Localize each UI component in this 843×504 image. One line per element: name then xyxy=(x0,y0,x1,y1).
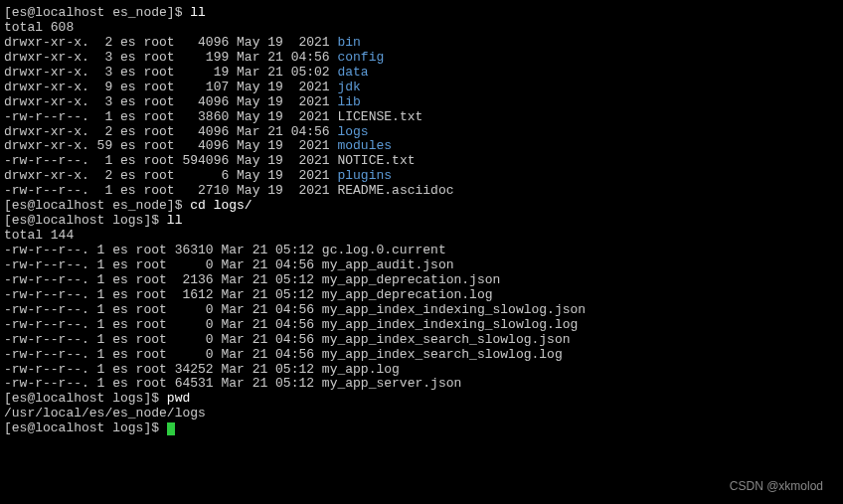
file-meta: -rw-r--r--. 1 es root 0 Mar 21 04:56 xyxy=(4,257,322,272)
file-meta: drwxr-xr-x. 2 es root 4096 Mar 21 04:56 xyxy=(4,124,337,139)
file-meta: -rw-r--r--. 1 es root 0 Mar 21 04:56 xyxy=(4,317,322,332)
command-text: ll xyxy=(190,5,206,20)
watermark-text: CSDN @xkmolod xyxy=(730,480,823,494)
file-name: my_app_index_search_slowlog.json xyxy=(322,332,571,347)
command-text: cd logs/ xyxy=(190,198,252,213)
directory-name: jdk xyxy=(337,80,360,94)
file-meta: -rw-r--r--. 1 es root 1612 Mar 21 05:12 xyxy=(4,287,322,302)
command-text: pwd xyxy=(167,391,190,406)
file-meta: -rw-r--r--. 1 es root 594096 May 19 2021 xyxy=(4,153,337,168)
directory-name: logs xyxy=(337,124,368,139)
file-meta: drwxr-xr-x. 9 es root 107 May 19 2021 xyxy=(4,80,337,94)
terminal-output[interactable]: [es@localhost es_node]$ lltotal 608drwxr… xyxy=(4,6,839,436)
file-row: drwxr-xr-x. 59 es root 4096 May 19 2021 … xyxy=(4,139,839,154)
file-row: -rw-r--r--. 1 es root 0 Mar 21 04:56 my_… xyxy=(4,318,839,333)
file-row: drwxr-xr-x. 9 es root 107 May 19 2021 jd… xyxy=(4,81,839,95)
command-text: ll xyxy=(167,213,183,228)
file-row: -rw-r--r--. 1 es root 3860 May 19 2021 L… xyxy=(4,110,839,125)
file-meta: -rw-r--r--. 1 es root 64531 Mar 21 05:12 xyxy=(4,376,322,391)
file-row: -rw-r--r--. 1 es root 0 Mar 21 04:56 my_… xyxy=(4,348,839,363)
file-meta: -rw-r--r--. 1 es root 0 Mar 21 04:56 xyxy=(4,347,322,362)
file-meta: drwxr-xr-x. 3 es root 19 Mar 21 05:02 xyxy=(4,65,337,80)
file-name: my_app_deprecation.log xyxy=(322,287,493,302)
file-row: -rw-r--r--. 1 es root 2136 Mar 21 05:12 … xyxy=(4,273,839,288)
file-row: -rw-r--r--. 1 es root 0 Mar 21 04:56 my_… xyxy=(4,258,839,273)
file-meta: -rw-r--r--. 1 es root 0 Mar 21 04:56 xyxy=(4,332,322,347)
file-name: my_app_index_indexing_slowlog.json xyxy=(322,302,586,317)
file-name: my_app.log xyxy=(322,362,400,377)
file-row: -rw-r--r--. 1 es root 594096 May 19 2021… xyxy=(4,154,839,169)
file-name: my_app_audit.json xyxy=(322,257,454,272)
directory-name: lib xyxy=(337,94,360,109)
file-row: drwxr-xr-x. 2 es root 6 May 19 2021 plug… xyxy=(4,169,839,184)
pwd-output: /usr/local/es/es_node/logs xyxy=(4,407,839,421)
file-row: -rw-r--r--. 1 es root 64531 Mar 21 05:12… xyxy=(4,377,839,392)
file-meta: -rw-r--r--. 1 es root 2710 May 19 2021 xyxy=(4,183,337,198)
directory-name: plugins xyxy=(337,168,392,183)
directory-name: data xyxy=(337,65,368,80)
prompt-line[interactable]: [es@localhost logs]$ pwd xyxy=(4,392,839,407)
file-row: -rw-r--r--. 1 es root 34252 Mar 21 05:12… xyxy=(4,363,839,378)
file-meta: drwxr-xr-x. 2 es root 6 May 19 2021 xyxy=(4,168,337,183)
shell-prompt: [es@localhost es_node]$ xyxy=(4,198,190,213)
file-name: README.asciidoc xyxy=(337,183,453,198)
file-meta: -rw-r--r--. 1 es root 3860 May 19 2021 xyxy=(4,109,337,124)
file-meta: -rw-r--r--. 1 es root 2136 Mar 21 05:12 xyxy=(4,272,322,287)
prompt-line[interactable]: [es@localhost logs]$ ll xyxy=(4,214,839,229)
prompt-line[interactable]: [es@localhost es_node]$ ll xyxy=(4,6,839,21)
shell-prompt: [es@localhost es_node]$ xyxy=(4,5,190,20)
directory-name: bin xyxy=(337,35,360,50)
file-row: -rw-r--r--. 1 es root 1612 Mar 21 05:12 … xyxy=(4,288,839,303)
file-row: drwxr-xr-x. 2 es root 4096 Mar 21 04:56 … xyxy=(4,125,839,140)
shell-prompt: [es@localhost logs]$ xyxy=(4,420,167,435)
file-meta: drwxr-xr-x. 2 es root 4096 May 19 2021 xyxy=(4,35,337,50)
file-meta: -rw-r--r--. 1 es root 34252 Mar 21 05:12 xyxy=(4,362,322,377)
file-meta: -rw-r--r--. 1 es root 0 Mar 21 04:56 xyxy=(4,302,322,317)
file-row: drwxr-xr-x. 2 es root 4096 May 19 2021 b… xyxy=(4,36,839,51)
shell-prompt: [es@localhost logs]$ xyxy=(4,213,167,228)
total-line: total 144 xyxy=(4,229,839,244)
file-name: my_app_deprecation.json xyxy=(322,272,500,287)
file-name: LICENSE.txt xyxy=(337,109,422,124)
file-row: drwxr-xr-x. 3 es root 4096 May 19 2021 l… xyxy=(4,95,839,110)
file-row: drwxr-xr-x. 3 es root 19 Mar 21 05:02 da… xyxy=(4,66,839,81)
prompt-line[interactable]: [es@localhost logs]$ xyxy=(4,421,839,436)
file-row: -rw-r--r--. 1 es root 0 Mar 21 04:56 my_… xyxy=(4,333,839,348)
file-meta: drwxr-xr-x. 3 es root 4096 May 19 2021 xyxy=(4,94,337,109)
file-meta: drwxr-xr-x. 59 es root 4096 May 19 2021 xyxy=(4,138,337,153)
shell-prompt: [es@localhost logs]$ xyxy=(4,391,167,406)
file-name: my_app_index_search_slowlog.log xyxy=(322,347,563,362)
file-name: my_app_server.json xyxy=(322,376,461,391)
file-meta: drwxr-xr-x. 3 es root 199 Mar 21 04:56 xyxy=(4,50,337,65)
file-row: -rw-r--r--. 1 es root 2710 May 19 2021 R… xyxy=(4,184,839,199)
prompt-line[interactable]: [es@localhost es_node]$ cd logs/ xyxy=(4,199,839,214)
directory-name: modules xyxy=(337,138,392,153)
total-line: total 608 xyxy=(4,21,839,36)
file-row: drwxr-xr-x. 3 es root 199 Mar 21 04:56 c… xyxy=(4,51,839,66)
file-name: gc.log.0.current xyxy=(322,243,446,257)
file-meta: -rw-r--r--. 1 es root 36310 Mar 21 05:12 xyxy=(4,243,322,257)
file-name: my_app_index_indexing_slowlog.log xyxy=(322,317,578,332)
file-name: NOTICE.txt xyxy=(337,153,415,168)
file-row: -rw-r--r--. 1 es root 0 Mar 21 04:56 my_… xyxy=(4,303,839,318)
file-row: -rw-r--r--. 1 es root 36310 Mar 21 05:12… xyxy=(4,244,839,258)
cursor xyxy=(167,422,175,435)
directory-name: config xyxy=(337,50,384,65)
